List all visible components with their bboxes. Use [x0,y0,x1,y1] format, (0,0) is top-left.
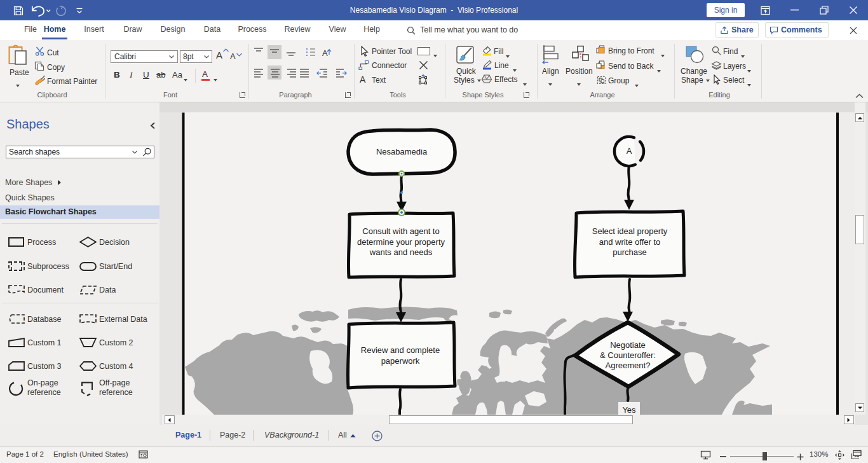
svg-text:Nesabamedia: Nesabamedia [376,147,428,156]
svg-text:Yes: Yes [622,405,636,415]
svg-text:& Counteroffer:: & Counteroffer: [600,350,656,360]
svg-text:Agreement?: Agreement? [606,361,651,370]
svg-text:wants and needs: wants and needs [369,247,433,257]
svg-text:paperwork: paperwork [381,356,420,366]
svg-text:Consult with agent to: Consult with agent to [362,226,439,236]
svg-text:Negotiate: Negotiate [610,340,646,350]
svg-text:A: A [322,48,328,58]
svg-text:purchase: purchase [613,247,646,257]
svg-text:determine your property: determine your property [357,237,445,247]
svg-text:and write offer to: and write offer to [599,237,661,247]
svg-text:Select ideal property: Select ideal property [592,226,668,236]
svg-text:Review and complete: Review and complete [361,345,440,355]
svg-text:A: A [627,146,632,156]
